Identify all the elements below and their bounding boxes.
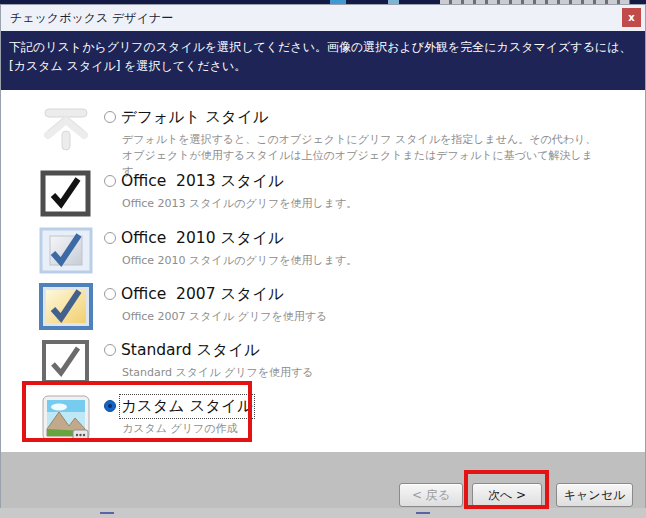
office-2013-style-option[interactable]: Office 2013 スタイル Office 2013 スタイルのグリフを使用… bbox=[39, 170, 357, 217]
radio-custom-style[interactable] bbox=[104, 400, 116, 412]
option-description: Office 2010 スタイルのグリフを使用します。 bbox=[122, 253, 357, 269]
standard-checkbox-icon bbox=[39, 339, 93, 386]
radio-office-2007-style[interactable] bbox=[104, 288, 116, 300]
radio-office-2010-style[interactable] bbox=[104, 232, 116, 244]
office-2007-style-option[interactable]: Office 2007 スタイル Office 2007 スタイル グリフを使用… bbox=[39, 283, 327, 330]
option-description: Office 2007 スタイル グリフを使用する bbox=[122, 309, 327, 325]
office-2007-checkbox-icon bbox=[39, 283, 93, 330]
next-button[interactable]: 次へ > bbox=[472, 483, 542, 507]
office-2013-checkbox-icon bbox=[39, 170, 93, 217]
inherit-arrow-icon bbox=[39, 106, 93, 153]
option-label[interactable]: デフォルト スタイル bbox=[121, 107, 269, 128]
close-button[interactable]: x bbox=[622, 8, 641, 27]
titlebar[interactable]: チェックボックス デザイナー x bbox=[1, 5, 645, 31]
background-artifact bbox=[416, 512, 430, 514]
option-label[interactable]: Office 2007 スタイル bbox=[121, 284, 284, 305]
option-description: Standard スタイル グリフを使用する bbox=[122, 365, 314, 381]
custom-image-icon bbox=[39, 395, 93, 442]
office-2010-style-option[interactable]: Office 2010 スタイル Office 2010 スタイルのグリフを使用… bbox=[39, 227, 357, 274]
footer-bar: < 戻る 次へ > キャンセル bbox=[1, 452, 645, 508]
background-artifact bbox=[100, 512, 114, 514]
style-option-list: デフォルト スタイル デフォルトを選択すると、このオブジェクトにグリフ スタイル… bbox=[1, 90, 645, 457]
option-description: カスタム グリフの作成 bbox=[122, 421, 253, 437]
option-label[interactable]: Office 2010 スタイル bbox=[121, 228, 284, 249]
option-label[interactable]: Standard スタイル bbox=[121, 340, 260, 361]
standard-style-option[interactable]: Standard スタイル Standard スタイル グリフを使用する bbox=[39, 339, 314, 386]
radio-standard-style[interactable] bbox=[104, 344, 116, 356]
checkbox-designer-dialog: チェックボックス デザイナー x 下記のリストからグリフのスタイルを選択してくだ… bbox=[0, 4, 646, 508]
background-window-strip bbox=[0, 508, 646, 518]
option-label[interactable]: カスタム スタイル bbox=[121, 396, 253, 417]
instruction-header: 下記のリストからグリフのスタイルを選択してください。画像の選択および外観を完全に… bbox=[1, 31, 645, 90]
instruction-text: 下記のリストからグリフのスタイルを選択してください。画像の選択および外観を完全に… bbox=[1, 31, 645, 75]
option-description: Office 2013 スタイルのグリフを使用します。 bbox=[122, 196, 357, 212]
window-title: チェックボックス デザイナー bbox=[1, 10, 173, 27]
default-style-option[interactable]: デフォルト スタイル デフォルトを選択すると、このオブジェクトにグリフ スタイル… bbox=[39, 106, 600, 180]
option-label[interactable]: Office 2013 スタイル bbox=[121, 171, 284, 192]
office-2010-checkbox-icon bbox=[39, 227, 93, 274]
radio-default-style[interactable] bbox=[104, 111, 116, 123]
back-button[interactable]: < 戻る bbox=[399, 483, 463, 507]
custom-style-option[interactable]: カスタム スタイル カスタム グリフの作成 bbox=[39, 395, 253, 442]
radio-office-2013-style[interactable] bbox=[104, 175, 116, 187]
cancel-button[interactable]: キャンセル bbox=[556, 483, 633, 507]
